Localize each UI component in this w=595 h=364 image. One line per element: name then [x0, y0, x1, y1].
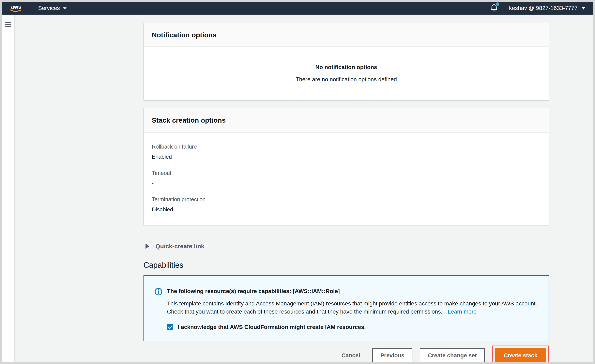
- alert-body-text: This template contains Identity and Acce…: [167, 300, 537, 315]
- info-icon: [154, 287, 163, 296]
- field-value: -: [152, 180, 541, 187]
- create-stack-button[interactable]: Create stack: [495, 348, 546, 362]
- iam-acknowledge-checkbox[interactable]: [167, 324, 173, 330]
- stack-creation-options-panel: Stack creation options Rollback on failu…: [143, 108, 549, 225]
- create-stack-highlight-annotation: Create stack: [492, 346, 549, 362]
- wizard-column: Notification options No notification opt…: [143, 23, 549, 362]
- main-region: Notification options No notification opt…: [14, 14, 593, 362]
- alert-head: The following resource(s) require capabi…: [154, 287, 538, 296]
- cancel-button[interactable]: Cancel: [341, 348, 360, 362]
- field-label: Timeout: [152, 170, 541, 177]
- services-menu-label: Services: [38, 5, 60, 11]
- capabilities-info-alert: The following resource(s) require capabi…: [143, 275, 549, 341]
- stack-creation-options-body: Rollback on failure Enabled Timeout - Te…: [144, 133, 549, 225]
- notification-options-empty-state: No notification options There are no not…: [144, 47, 549, 100]
- field-value: Enabled: [152, 153, 541, 160]
- alert-body: This template contains Identity and Acce…: [167, 300, 538, 316]
- stack-creation-options-title: Stack creation options: [152, 116, 226, 124]
- services-menu[interactable]: Services: [38, 5, 67, 11]
- notification-options-header: Notification options: [144, 23, 549, 47]
- account-menu-label: keshav @ 9827-1633-7777: [509, 5, 578, 11]
- field-label: Rollback on failure: [152, 143, 541, 150]
- notifications-bell-button[interactable]: [490, 4, 498, 13]
- checkmark-icon: [168, 326, 172, 329]
- aws-logo[interactable]: aws: [10, 4, 22, 12]
- learn-more-link[interactable]: Learn more: [448, 308, 477, 315]
- svg-text:aws: aws: [11, 4, 21, 10]
- notification-options-title: Notification options: [152, 31, 216, 39]
- notification-options-panel: Notification options No notification opt…: [143, 23, 549, 100]
- collapsed-sidebar: [2, 14, 14, 362]
- empty-state-title: No notification options: [315, 64, 377, 71]
- chevron-down-icon: [63, 7, 67, 9]
- previous-button[interactable]: Previous: [372, 348, 412, 362]
- quick-create-link-label: Quick-create link: [156, 243, 205, 250]
- iam-acknowledge-row: I acknowledge that AWS CloudFormation mi…: [167, 324, 538, 330]
- alert-title: The following resource(s) require capabi…: [167, 287, 340, 295]
- content-area: Notification options No notification opt…: [2, 14, 593, 362]
- field-termination-protection: Termination protection Disabled: [152, 196, 541, 213]
- create-change-set-button[interactable]: Create change set: [420, 348, 485, 362]
- stack-creation-options-header: Stack creation options: [144, 108, 549, 133]
- field-rollback-on-failure: Rollback on failure Enabled: [152, 143, 541, 160]
- capabilities-heading: Capabilities: [143, 260, 549, 270]
- top-navigation-bar: aws Services keshav @ 9827-1633-7777: [2, 2, 593, 14]
- menu-icon[interactable]: [5, 22, 11, 362]
- chevron-down-icon: [581, 7, 586, 9]
- nav-left-group: aws Services: [10, 4, 67, 12]
- nav-right-group: keshav @ 9827-1633-7777: [490, 4, 586, 13]
- field-value: Disabled: [152, 206, 541, 213]
- field-label: Termination protection: [152, 196, 541, 203]
- field-timeout: Timeout -: [152, 170, 541, 187]
- account-menu[interactable]: keshav @ 9827-1633-7777: [509, 5, 586, 11]
- aws-logo-graphic: aws: [10, 4, 22, 12]
- wizard-footer-actions: Cancel Previous Create change set Create…: [143, 346, 549, 362]
- console-screen: aws Services keshav @ 9827-1633-7777: [2, 2, 593, 362]
- empty-state-subtitle: There are no notification options define…: [296, 76, 397, 83]
- notification-dot: [496, 2, 499, 6]
- quick-create-link-expander[interactable]: Quick-create link: [143, 243, 205, 250]
- iam-acknowledge-label: I acknowledge that AWS CloudFormation mi…: [178, 324, 366, 330]
- expander-triangle-icon: [146, 244, 149, 249]
